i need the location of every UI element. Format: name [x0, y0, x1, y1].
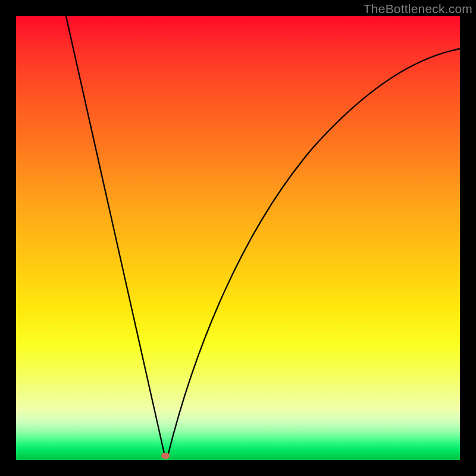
watermark-text: TheBottleneck.com [364, 2, 472, 16]
curve-path [34, 16, 460, 456]
marker-dot [161, 453, 170, 459]
bottleneck-curve [16, 16, 460, 460]
chart-frame: TheBottleneck.com [0, 0, 476, 476]
